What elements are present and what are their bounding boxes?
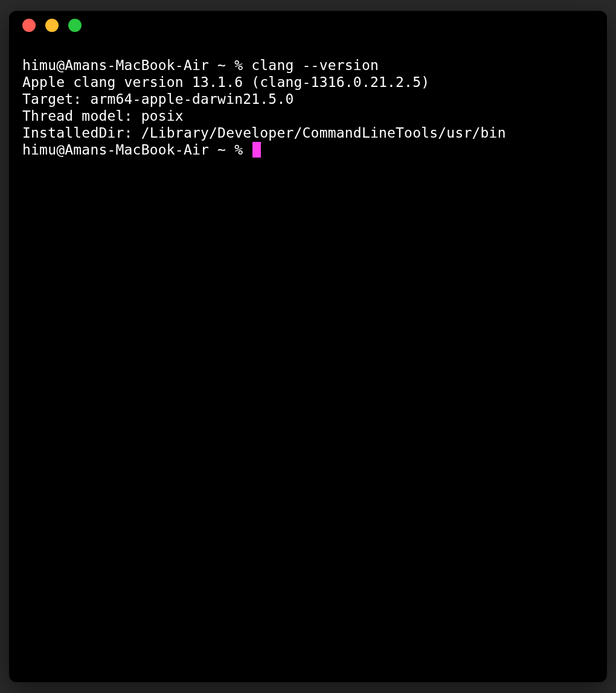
terminal-prompt: himu@Amans-MacBook-Air ~ % <box>22 141 251 158</box>
terminal-prompt-line[interactable]: himu@Amans-MacBook-Air ~ % <box>22 141 594 158</box>
minimize-button[interactable] <box>45 19 59 32</box>
terminal-content[interactable]: himu@Amans-MacBook-Air ~ % clang --versi… <box>9 40 607 158</box>
terminal-output-line: Target: arm64-apple-darwin21.5.0 <box>22 91 594 107</box>
terminal-cursor <box>252 142 261 158</box>
window-titlebar[interactable] <box>9 11 607 40</box>
terminal-output-line: InstalledDir: /Library/Developer/Command… <box>22 124 594 141</box>
close-button[interactable] <box>22 19 36 32</box>
terminal-output-line: himu@Amans-MacBook-Air ~ % clang --versi… <box>22 57 594 74</box>
terminal-window: himu@Amans-MacBook-Air ~ % clang --versi… <box>9 11 607 682</box>
terminal-output-line: Thread model: posix <box>22 107 594 124</box>
terminal-output-line: Apple clang version 13.1.6 (clang-1316.0… <box>22 74 594 91</box>
maximize-button[interactable] <box>68 19 82 32</box>
